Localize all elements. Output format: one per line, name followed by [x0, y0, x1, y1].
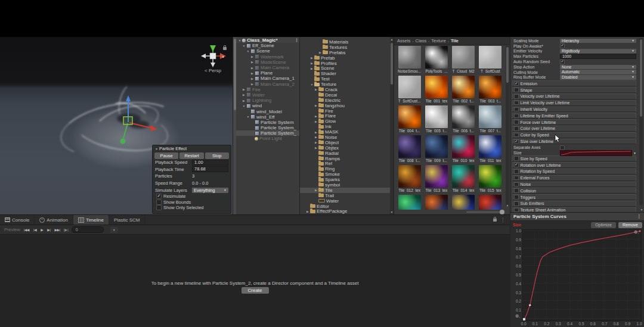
asset-thumbnail[interactable]: Tile_011_tex — [477, 135, 503, 165]
module-checkbox[interactable]: ✓ — [514, 163, 519, 167]
hierarchy-item[interactable]: ▼Scene — [236, 48, 300, 54]
grid-scroll-down-icon[interactable]: ▼ — [506, 204, 509, 207]
transport-button[interactable]: ▶| — [47, 228, 51, 232]
project-tree-item[interactable]: ▶Profiles — [300, 61, 394, 66]
module-checkbox[interactable] — [514, 120, 519, 124]
hierarchy-item[interactable]: ▶Watermark — [236, 54, 300, 60]
module-header-collision[interactable]: Collision — [512, 188, 636, 194]
module-checkbox[interactable] — [514, 107, 519, 112]
breadcrumb-item[interactable]: Texture — [431, 38, 446, 43]
module-header-color-by-speed[interactable]: Color by Speed — [512, 132, 636, 138]
module-checkbox[interactable] — [514, 133, 519, 138]
project-tree-item[interactable]: Smoke — [300, 172, 394, 177]
foldout-open-icon[interactable]: ▼ — [246, 49, 250, 53]
grid-scrollbar[interactable] — [506, 46, 509, 206]
foldout-closed-icon[interactable]: ▶ — [250, 82, 255, 86]
foldout-open-icon[interactable]: ▼ — [237, 39, 242, 42]
breadcrumb-item[interactable]: Tile — [451, 38, 459, 43]
play-range-icon[interactable]: [▶] — [64, 228, 69, 232]
foldout-open-icon[interactable]: ▼ — [309, 83, 314, 86]
hierarchy-scrollbar-thumb[interactable] — [234, 39, 236, 110]
module-header-lifetime-by-emitter-speed[interactable]: Lifetime by Emitter Speed — [512, 113, 636, 119]
foldout-closed-icon[interactable]: ▶ — [314, 120, 318, 123]
hierarchy-item[interactable]: ▼Eff_Scene — [236, 43, 300, 48]
timeline-dropdown-icon[interactable]: ▼ — [110, 227, 118, 233]
module-header-emission[interactable]: ✓Emission — [512, 80, 636, 86]
module-header-texture-sheet-animation[interactable]: Texture Sheet Animation — [512, 207, 636, 212]
project-tree-item[interactable]: Ramps — [300, 156, 394, 161]
foldout-closed-icon[interactable]: ▶ — [309, 56, 314, 60]
foldout-closed-icon[interactable]: ▶ — [314, 135, 318, 139]
module-checkbox[interactable] — [514, 101, 519, 105]
hierarchy-item[interactable]: wind_Model — [236, 108, 300, 114]
size-curve-preview[interactable] — [560, 150, 632, 156]
property-input[interactable]: 1000 — [560, 54, 636, 59]
project-tree-item[interactable]: Materials — [300, 39, 394, 45]
transport-button[interactable]: ▶▶| — [54, 228, 60, 232]
create-button[interactable]: Create — [241, 287, 268, 294]
asset-thumbnail[interactable]: Tile_004_t... — [397, 105, 423, 135]
project-tree-item[interactable]: ▶Glow — [300, 119, 394, 124]
foldout-open-icon[interactable]: ▼ — [246, 115, 250, 119]
panel-menu-icon[interactable]: ⋮ — [500, 217, 505, 223]
asset-thumbnail[interactable] — [423, 195, 450, 210]
project-tree-item[interactable]: ▶Objtex — [300, 145, 394, 151]
remove-button[interactable]: Remove — [618, 222, 642, 228]
breadcrumb-item[interactable]: Class — [416, 38, 427, 43]
project-tree-item[interactable]: ▶MASK — [300, 129, 394, 135]
foldout-closed-icon[interactable]: ▶ — [314, 146, 318, 150]
hierarchy-item[interactable]: ▶Water — [236, 92, 300, 98]
asset-thumbnail[interactable]: Tile_005_t... — [423, 105, 450, 135]
module-checkbox[interactable] — [514, 182, 519, 187]
hierarchy-item[interactable]: ▼Class_Magic*⋮ — [236, 38, 300, 43]
thumbnail-zoom-knob[interactable] — [500, 210, 504, 214]
project-tree-item[interactable]: Ring — [300, 166, 394, 172]
particle-effect-title[interactable]: ▼ Particle Effect — [153, 145, 231, 152]
foldout-closed-icon[interactable]: ▶ — [250, 55, 255, 58]
inspector-scroll-down-icon[interactable]: ▼ — [640, 208, 643, 211]
asset-thumbnail[interactable]: Tile_012_tex — [397, 165, 423, 195]
project-tree-item[interactable]: Textures — [300, 45, 394, 50]
foldout-closed-icon[interactable]: ▶ — [314, 141, 318, 144]
transport-button[interactable]: ▶ — [40, 228, 44, 232]
module-checkbox[interactable]: ✓ — [514, 139, 519, 144]
foldout-closed-icon[interactable]: ▶ — [242, 88, 246, 91]
module-header-limit-velocity-over-lifetime[interactable]: Limit Velocity over Lifetime — [512, 100, 636, 106]
module-header-rotation-over-lifetime[interactable]: ✓Rotation over Lifetime — [512, 162, 636, 168]
project-tree-item[interactable]: ▶EffectPackage — [300, 209, 394, 214]
project-tree-item[interactable]: Water — [300, 198, 394, 204]
hierarchy-item[interactable]: Particle System_ — [236, 125, 300, 130]
project-tree-item[interactable]: symbol — [300, 182, 394, 188]
collapse-arrow-icon[interactable]: ▼ — [155, 147, 158, 151]
property-dropdown[interactable]: Rigidbody▼ — [560, 49, 636, 54]
module-checkbox[interactable] — [514, 188, 519, 193]
curve-gear-icon[interactable]: ⚙, — [515, 314, 520, 319]
project-tree-item[interactable]: Ref — [300, 161, 394, 166]
module-checkbox[interactable] — [514, 169, 519, 174]
tree-scrollbar-thumb[interactable] — [391, 43, 393, 85]
module-header-sub-emitters[interactable]: Sub Emitters — [512, 201, 636, 207]
asset-thumbnail[interactable]: Tile_008_t... — [397, 135, 423, 165]
foldout-closed-icon[interactable]: ▶ — [318, 51, 323, 54]
foldout-closed-icon[interactable]: ▶ — [314, 130, 318, 134]
property-dropdown[interactable]: Disabled▼ — [560, 75, 636, 80]
hierarchy-item[interactable]: Particle System_ — [236, 130, 300, 136]
hierarchy-item[interactable]: ▶ModeScene — [236, 60, 300, 65]
foldout-closed-icon[interactable]: ▶ — [309, 61, 314, 65]
property-dropdown[interactable]: None▼ — [560, 65, 636, 70]
foldout-closed-icon[interactable]: ▶ — [242, 93, 246, 96]
project-tree-item[interactable]: Test — [300, 76, 394, 82]
curve-chart[interactable] — [522, 229, 642, 321]
module-checkbox[interactable] — [514, 195, 519, 200]
project-tree-item[interactable]: Decal — [300, 92, 394, 98]
preview-button[interactable]: Preview — [4, 227, 20, 232]
checkbox[interactable] — [156, 200, 162, 205]
size-curve[interactable] — [523, 230, 641, 320]
hierarchy-item[interactable]: ▼wind — [236, 103, 300, 108]
foldout-closed-icon[interactable]: ▶ — [314, 88, 318, 91]
module-header-inherit-velocity[interactable]: Inherit Velocity — [512, 107, 636, 113]
tab-animation[interactable]: Animation — [35, 215, 73, 225]
project-tree-item[interactable]: ▶Noise — [300, 135, 394, 140]
project-tree-item[interactable]: Radial — [300, 151, 394, 156]
module-header-triggers[interactable]: Triggers — [512, 194, 636, 200]
